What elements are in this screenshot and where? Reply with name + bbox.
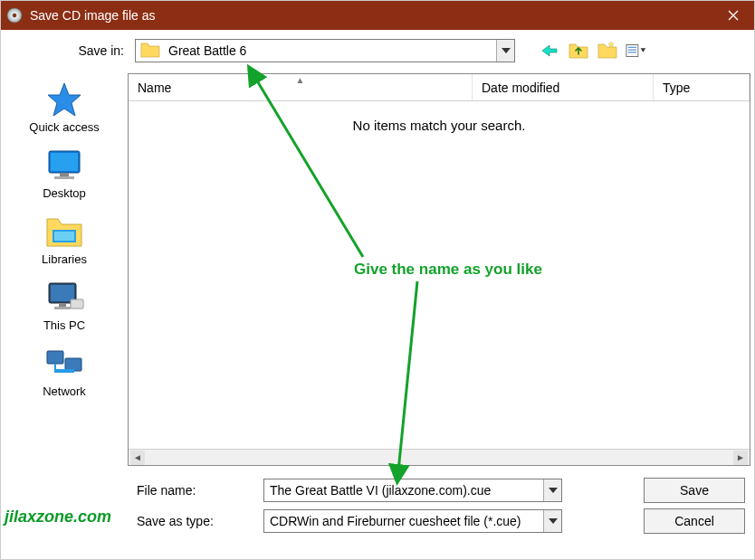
- new-folder-icon: [597, 42, 617, 60]
- view-list-icon: [626, 42, 647, 60]
- svg-rect-13: [51, 285, 74, 301]
- savetype-value: CDRWin and Fireburner cuesheet file (*.c…: [264, 514, 543, 528]
- annotation-text: Give the name as you like: [354, 261, 542, 279]
- svg-rect-9: [54, 176, 74, 179]
- svg-rect-19: [54, 369, 74, 373]
- cancel-button[interactable]: Cancel: [644, 508, 745, 534]
- sidebar-item-quick-access[interactable]: Quick access: [1, 77, 128, 138]
- svg-rect-18: [65, 358, 81, 371]
- sidebar-item-label: Network: [43, 384, 86, 398]
- button-label: Save: [680, 483, 709, 498]
- column-header-name[interactable]: Name ▲: [129, 74, 473, 100]
- column-header-date[interactable]: Date modified: [473, 74, 654, 100]
- folder-icon: [139, 42, 161, 60]
- filename-label: File name:: [1, 483, 254, 498]
- window-title: Save CD image file as: [30, 8, 156, 23]
- dropdown-arrow-icon[interactable]: [496, 40, 514, 62]
- scroll-right-button[interactable]: ►: [733, 451, 748, 465]
- svg-rect-16: [71, 299, 83, 308]
- dropdown-arrow-icon[interactable]: [543, 479, 561, 501]
- sort-ascending-icon: ▲: [296, 75, 305, 85]
- titlebar: Save CD image file as: [1, 1, 754, 30]
- up-one-level-button[interactable]: [568, 41, 589, 61]
- close-icon: [728, 10, 739, 21]
- svg-rect-8: [60, 173, 69, 176]
- close-button[interactable]: [712, 1, 754, 30]
- save-button[interactable]: Save: [644, 478, 745, 503]
- view-menu-button[interactable]: [626, 41, 647, 61]
- back-button[interactable]: [539, 41, 560, 61]
- column-label: Name: [138, 81, 171, 95]
- folder-up-icon: [569, 42, 588, 60]
- new-folder-button[interactable]: [597, 41, 618, 61]
- svg-rect-15: [54, 307, 71, 309]
- sidebar-item-label: Desktop: [43, 186, 86, 200]
- bottom-panel: File name: The Great Battle VI (jilaxzon…: [1, 468, 754, 544]
- quick-access-icon: [43, 81, 86, 119]
- back-arrow-icon: [540, 43, 559, 59]
- column-label: Type: [663, 81, 690, 95]
- filename-combo[interactable]: The Great Battle VI (jilaxzone.com).cue: [263, 479, 562, 502]
- svg-rect-2: [626, 45, 638, 57]
- places-sidebar: Quick access Desktop Libr: [1, 71, 128, 468]
- svg-rect-14: [59, 303, 66, 307]
- sidebar-item-label: This PC: [43, 318, 85, 332]
- scroll-left-button[interactable]: ◄: [130, 451, 145, 465]
- empty-list-message: No items match your search.: [129, 118, 750, 133]
- save-in-combo[interactable]: Great Battle 6: [135, 39, 515, 62]
- dropdown-arrow-icon[interactable]: [543, 510, 561, 532]
- this-pc-icon: [43, 279, 86, 317]
- column-header-type[interactable]: Type: [654, 74, 750, 100]
- save-in-label: Save in:: [1, 43, 128, 58]
- savetype-combo[interactable]: CDRWin and Fireburner cuesheet file (*.c…: [263, 509, 562, 533]
- network-icon: [43, 345, 86, 383]
- toolbar-nav-icons: [539, 41, 647, 61]
- app-disc-icon: [6, 7, 23, 24]
- sidebar-item-label: Libraries: [42, 252, 87, 266]
- desktop-icon: [43, 147, 86, 185]
- sidebar-item-label: Quick access: [29, 120, 99, 134]
- svg-rect-7: [51, 153, 78, 171]
- filename-value: The Great Battle VI (jilaxzone.com).cue: [264, 483, 543, 498]
- horizontal-scrollbar[interactable]: ◄ ►: [129, 449, 750, 465]
- save-in-row: Save in: Great Battle 6: [1, 30, 754, 71]
- svg-rect-11: [54, 232, 74, 241]
- column-headers: Name ▲ Date modified Type: [129, 74, 750, 101]
- sidebar-item-libraries[interactable]: Libraries: [1, 209, 128, 270]
- libraries-icon: [43, 213, 86, 251]
- sidebar-item-desktop[interactable]: Desktop: [1, 143, 128, 204]
- button-label: Cancel: [674, 514, 714, 528]
- sidebar-item-network[interactable]: Network: [1, 341, 128, 402]
- watermark-text: jilaxzone.com: [5, 508, 111, 527]
- sidebar-item-this-pc[interactable]: This PC: [1, 275, 128, 336]
- column-label: Date modified: [482, 81, 559, 95]
- svg-rect-17: [47, 351, 63, 364]
- svg-point-1: [13, 14, 16, 17]
- save-in-value: Great Battle 6: [165, 43, 496, 58]
